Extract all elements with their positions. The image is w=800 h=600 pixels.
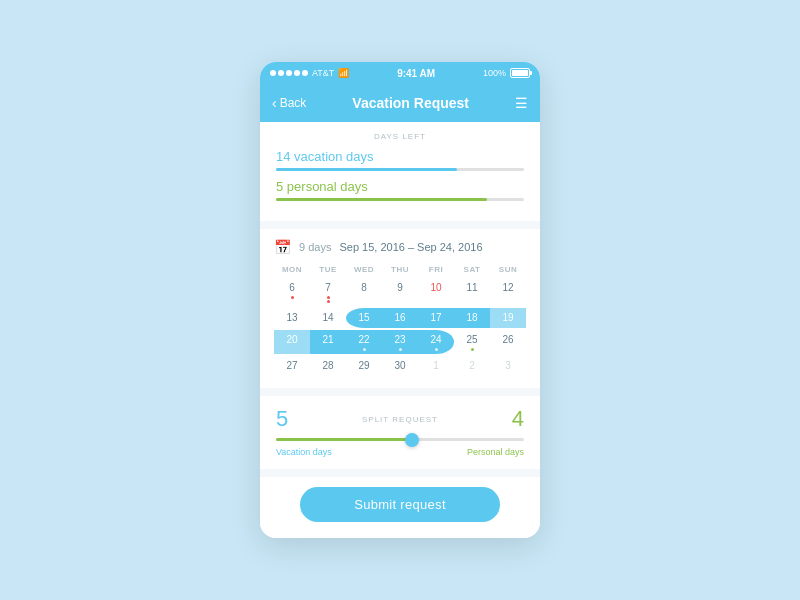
cal-day-other-month[interactable]: 3	[490, 356, 526, 376]
cal-day-selected[interactable]: 17	[418, 308, 454, 328]
dow-sun: SUN	[490, 265, 526, 274]
dow-mon: MON	[274, 265, 310, 274]
dow-wed: WED	[346, 265, 382, 274]
signal-dots	[270, 70, 308, 76]
calendar-header: 📅 9 days Sep 15, 2016 – Sep 24, 2016	[274, 239, 526, 255]
cal-day[interactable]: 13	[274, 308, 310, 328]
cal-day-selected-end[interactable]: 24	[418, 330, 454, 354]
slider-track[interactable]	[276, 438, 524, 441]
split-labels-row: Vacation days Personal days	[276, 447, 524, 457]
cal-day[interactable]: 30	[382, 356, 418, 376]
cal-day[interactable]: 29	[346, 356, 382, 376]
nav-title: Vacation Request	[352, 95, 469, 111]
days-left-section: DAYS LEFT 14 vacation days 5 personal da…	[260, 122, 540, 221]
dow-sat: SAT	[454, 265, 490, 274]
cal-day-other-month[interactable]: 2	[454, 356, 490, 376]
cal-day-selected[interactable]: 23	[382, 330, 418, 354]
days-left-label: DAYS LEFT	[276, 132, 524, 141]
cal-day[interactable]: 12	[490, 278, 526, 306]
vacation-days-row: 14 vacation days	[276, 149, 524, 171]
content-area: DAYS LEFT 14 vacation days 5 personal da…	[260, 122, 540, 538]
status-right: 100%	[483, 68, 530, 78]
personal-days-row: 5 personal days	[276, 179, 524, 201]
slider-fill	[276, 438, 412, 441]
status-time: 9:41 AM	[397, 68, 435, 79]
personal-progress-fill	[276, 198, 487, 201]
personal-split-num: 4	[512, 406, 524, 432]
battery-fill	[512, 70, 528, 76]
split-label-block: SPLIT REQUEST	[362, 415, 438, 424]
slider-thumb[interactable]	[405, 433, 419, 447]
back-chevron-icon: ‹	[272, 95, 277, 111]
cal-day[interactable]: 14	[310, 308, 346, 328]
submit-section: Submit request	[260, 477, 540, 538]
vacation-progress-fill	[276, 168, 457, 171]
cal-week-4: 27 28 29 30 1 2 3	[274, 356, 526, 376]
cal-day-selected[interactable]: 20	[274, 330, 310, 354]
wifi-icon: 📶	[338, 68, 349, 78]
vacation-split-num: 5	[276, 406, 288, 432]
status-left: AT&T 📶	[270, 68, 349, 78]
submit-request-button[interactable]: Submit request	[300, 487, 500, 522]
battery-percent: 100%	[483, 68, 506, 78]
cal-day-selected[interactable]: 22	[346, 330, 382, 354]
dow-thu: THU	[382, 265, 418, 274]
cal-day-selected[interactable]: 16	[382, 308, 418, 328]
battery-bar	[510, 68, 530, 78]
calendar-dow-row: MON TUE WED THU FRI SAT SUN	[274, 265, 526, 274]
split-request-label: SPLIT REQUEST	[362, 415, 438, 424]
carrier-text: AT&T	[312, 68, 334, 78]
split-request-section: 5 SPLIT REQUEST 4 Vacation days Personal…	[260, 396, 540, 469]
dow-fri: FRI	[418, 265, 454, 274]
cal-day[interactable]: 28	[310, 356, 346, 376]
cal-day[interactable]: 25	[454, 330, 490, 354]
dow-tue: TUE	[310, 265, 346, 274]
cal-day-holiday[interactable]: 10	[418, 278, 454, 306]
vacation-days-text: 14 vacation days	[276, 149, 524, 164]
cal-day-other-month[interactable]: 1	[418, 356, 454, 376]
cal-day[interactable]: 7	[310, 278, 346, 306]
cal-day-selected[interactable]: 18	[454, 308, 490, 328]
cal-day[interactable]: 8	[346, 278, 382, 306]
cal-week-1: 6 7 8 9 10 11 12	[274, 278, 526, 306]
cal-day[interactable]: 27	[274, 356, 310, 376]
nav-menu-icon[interactable]: ☰	[515, 95, 528, 111]
vacation-progress-bg	[276, 168, 524, 171]
cal-day-selected[interactable]: 19	[490, 308, 526, 328]
personal-days-label: Personal days	[467, 447, 524, 457]
calendar-icon: 📅	[274, 239, 291, 255]
personal-progress-bg	[276, 198, 524, 201]
calendar-section: 📅 9 days Sep 15, 2016 – Sep 24, 2016 MON…	[260, 229, 540, 388]
cal-day[interactable]: 6	[274, 278, 310, 306]
cal-day-selected[interactable]: 21	[310, 330, 346, 354]
cal-week-2: 13 14 15 16 17 18 19	[274, 308, 526, 328]
calendar-grid: MON TUE WED THU FRI SAT SUN 6 7 8 9 10 1…	[274, 265, 526, 376]
cal-day-selected-start[interactable]: 15	[346, 308, 382, 328]
back-button[interactable]: ‹ Back	[272, 95, 306, 111]
cal-day[interactable]: 9	[382, 278, 418, 306]
cal-day[interactable]: 26	[490, 330, 526, 354]
nav-bar: ‹ Back Vacation Request ☰	[260, 84, 540, 122]
personal-days-text: 5 personal days	[276, 179, 524, 194]
status-bar: AT&T 📶 9:41 AM 100%	[260, 62, 540, 84]
back-label: Back	[280, 96, 307, 110]
cal-week-3: 20 21 22 23 24 25 26	[274, 330, 526, 354]
cal-day[interactable]: 11	[454, 278, 490, 306]
calendar-range: Sep 15, 2016 – Sep 24, 2016	[339, 241, 482, 253]
calendar-days-count: 9 days	[299, 241, 331, 253]
split-numbers-row: 5 SPLIT REQUEST 4	[276, 406, 524, 432]
phone-container: AT&T 📶 9:41 AM 100% ‹ Back Vacation Requ…	[260, 62, 540, 538]
vacation-days-label: Vacation days	[276, 447, 332, 457]
